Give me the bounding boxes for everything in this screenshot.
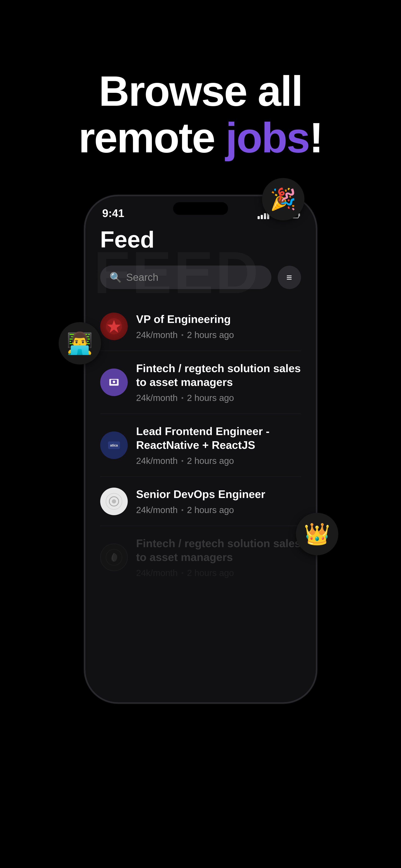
job-meta-3: 24k/month 2 hours ago — [136, 456, 301, 466]
confetti-badge: 🎉 — [262, 178, 304, 220]
job-salary-3: 24k/month — [136, 456, 178, 466]
job-info-5: Fintech / regtech solution sales to asse… — [136, 536, 301, 578]
svg-text:atica: atica — [110, 443, 118, 447]
dot-3 — [181, 460, 183, 462]
svg-point-5 — [113, 381, 115, 383]
crown-badge: 👑 — [296, 513, 338, 555]
job-item-2[interactable]: Fintech / regtech solution sales to asse… — [100, 351, 301, 414]
company-logo-3: atica — [100, 431, 128, 459]
dot-2 — [181, 397, 183, 399]
job-item-3[interactable]: atica Lead Frontend Engineer - ReactNati… — [100, 414, 301, 477]
dot-5 — [181, 572, 183, 574]
job-info-1: VP of Engineering 24k/month 2 hours ago — [136, 312, 301, 340]
job-title-3: Lead Frontend Engineer - ReactNative + R… — [136, 425, 301, 452]
company-logo-4 — [100, 488, 128, 515]
hero-section: Browse all remote jobs! — [78, 68, 323, 161]
hero-line2-plain: remote — [78, 114, 225, 161]
job-title-2: Fintech / regtech solution sales to asse… — [136, 362, 301, 389]
job-salary-1: 24k/month — [136, 330, 178, 340]
feed-title: Feed — [100, 226, 301, 253]
search-placeholder: Search — [126, 272, 159, 283]
dynamic-island — [173, 202, 228, 215]
job-salary-4: 24k/month — [136, 505, 178, 515]
job-info-3: Lead Frontend Engineer - ReactNative + R… — [136, 425, 301, 466]
job-item-5[interactable]: Fintech / regtech solution sales to asse… — [100, 526, 301, 589]
job-meta-2: 24k/month 2 hours ago — [136, 393, 301, 403]
dot-4 — [181, 509, 183, 511]
worker-badge: 👨‍💻 — [59, 322, 101, 365]
search-input-container[interactable]: 🔍 Search — [100, 266, 271, 289]
filter-button[interactable]: ≡ — [278, 266, 301, 289]
job-title-4: Senior DevOps Engineer — [136, 487, 301, 501]
job-time-5: 2 hours ago — [187, 568, 234, 578]
hero-exclamation: ! — [309, 114, 323, 161]
job-salary-5: 24k/month — [136, 568, 178, 578]
job-item-4[interactable]: Senior DevOps Engineer 24k/month 2 hours… — [100, 477, 301, 526]
company-logo-1 — [100, 313, 128, 340]
filter-icon: ≡ — [287, 272, 292, 283]
dot-1 — [181, 334, 183, 336]
phone-mockup: 🎉 👨‍💻 👑 9:41 ▲ — [84, 195, 317, 704]
phone-screen: 9:41 ▲ FEED Feed — [86, 196, 316, 702]
search-icon: 🔍 — [109, 272, 122, 283]
hero-jobs-word: jobs — [226, 114, 309, 161]
svg-point-11 — [112, 499, 116, 503]
job-info-2: Fintech / regtech solution sales to asse… — [136, 362, 301, 403]
job-salary-2: 24k/month — [136, 393, 178, 403]
job-item-1[interactable]: VP of Engineering 24k/month 2 hours ago — [100, 302, 301, 351]
company-logo-5 — [100, 544, 128, 571]
hero-line1: Browse all — [99, 67, 302, 115]
search-bar: 🔍 Search ≡ — [100, 266, 301, 289]
main-content: Feed 🔍 Search ≡ — [86, 196, 316, 589]
job-time-4: 2 hours ago — [187, 505, 234, 515]
status-time: 9:41 — [102, 207, 124, 220]
phone-frame: 9:41 ▲ FEED Feed — [84, 195, 317, 704]
job-list: VP of Engineering 24k/month 2 hours ago — [100, 302, 301, 589]
job-meta-1: 24k/month 2 hours ago — [136, 330, 301, 340]
job-title-1: VP of Engineering — [136, 312, 301, 326]
job-time-3: 2 hours ago — [187, 456, 234, 466]
job-time-2: 2 hours ago — [187, 393, 234, 403]
job-time-1: 2 hours ago — [187, 330, 234, 340]
hero-title: Browse all remote jobs! — [78, 68, 323, 161]
job-meta-5: 24k/month 2 hours ago — [136, 568, 301, 578]
job-info-4: Senior DevOps Engineer 24k/month 2 hours… — [136, 487, 301, 515]
company-logo-2 — [100, 369, 128, 396]
job-meta-4: 24k/month 2 hours ago — [136, 505, 301, 515]
job-title-5: Fintech / regtech solution sales to asse… — [136, 536, 301, 564]
